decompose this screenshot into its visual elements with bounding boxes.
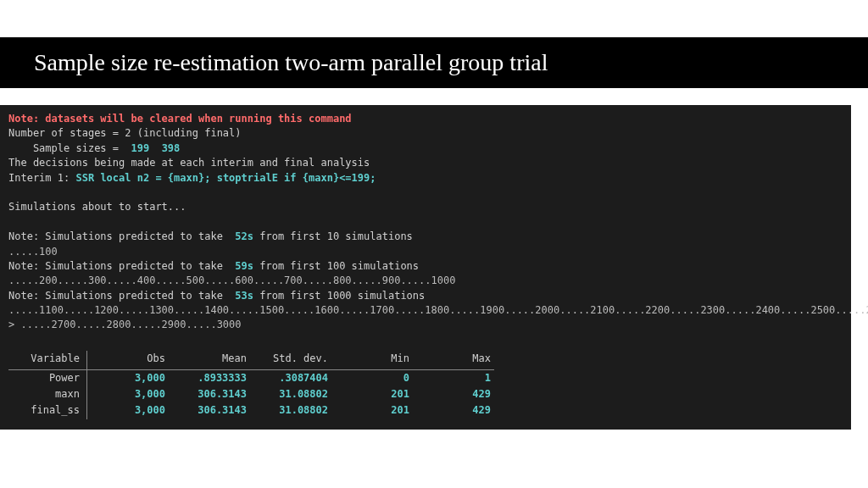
progress-dots-1: .....100: [8, 245, 843, 259]
table-row: maxn 3,000 306.3143 31.08802 201 429: [8, 386, 494, 402]
table-header-row: Variable Obs Mean Std. dev. Min Max: [8, 351, 494, 369]
progress-dots-2: .....200.....300.....400.....500.....600…: [8, 274, 843, 288]
stages-line: Number of stages = 2 (including final): [8, 126, 843, 141]
sample-sizes: Sample sizes = 199 398: [8, 141, 843, 156]
col-sd: Std. dev.: [250, 351, 331, 369]
col-variable: Variable: [8, 351, 87, 369]
col-min: Min: [331, 351, 413, 369]
sim-start: Simulations about to start...: [8, 200, 843, 214]
decisions-line: The decisions being made at each interim…: [8, 156, 843, 170]
col-mean: Mean: [169, 351, 250, 369]
terminal-output: Note: datasets will be cleared when runn…: [0, 105, 851, 430]
pred-line-2: Note: Simulations predicted to take 59s …: [8, 259, 843, 274]
pred-line-3: Note: Simulations predicted to take 53s …: [8, 289, 843, 303]
table-row: final_ss 3,000 306.3143 31.08802 201 429: [8, 402, 494, 419]
table-row: Power 3,000 .8933333 .3087404 0 1: [8, 369, 494, 386]
summary-table: Variable Obs Mean Std. dev. Min Max Powe…: [8, 351, 494, 419]
progress-dots-4: > .....2700.....2800.....2900.....3000: [8, 318, 843, 332]
note-warning: Note: datasets will be cleared when runn…: [8, 112, 843, 126]
progress-dots-3: .....1100.....1200.....1300.....1400....…: [8, 303, 843, 318]
pred-line-1: Note: Simulations predicted to take 52s …: [8, 230, 843, 244]
slide-title: Sample size re-estimation two-arm parall…: [0, 37, 868, 88]
interim-line: Interim 1: SSR local n2 = {maxn}; stoptr…: [8, 171, 843, 186]
col-obs: Obs: [87, 351, 170, 369]
col-max: Max: [413, 351, 494, 369]
